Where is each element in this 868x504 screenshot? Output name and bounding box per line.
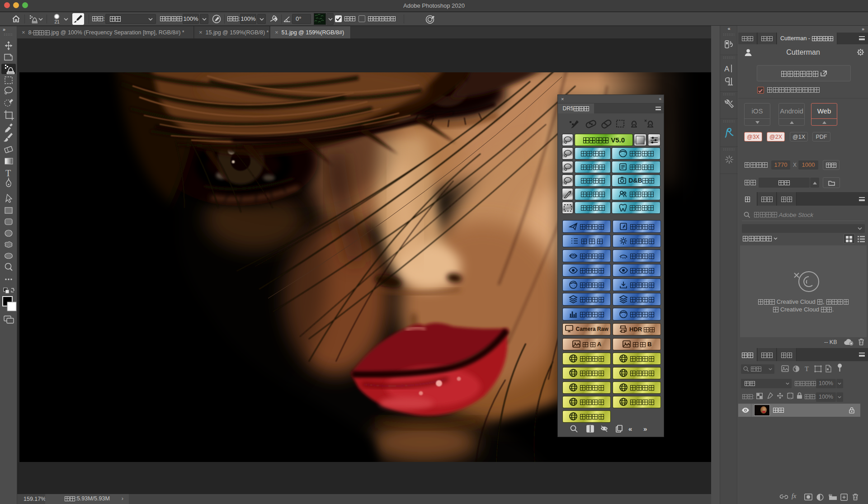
svg-text:A: A [724, 65, 730, 73]
svg-text:«: « [628, 425, 632, 433]
svg-text:»: » [3, 27, 5, 32]
svg-text:»: » [643, 425, 647, 433]
svg-text:T: T [805, 365, 809, 372]
svg-text:T: T [5, 168, 11, 178]
